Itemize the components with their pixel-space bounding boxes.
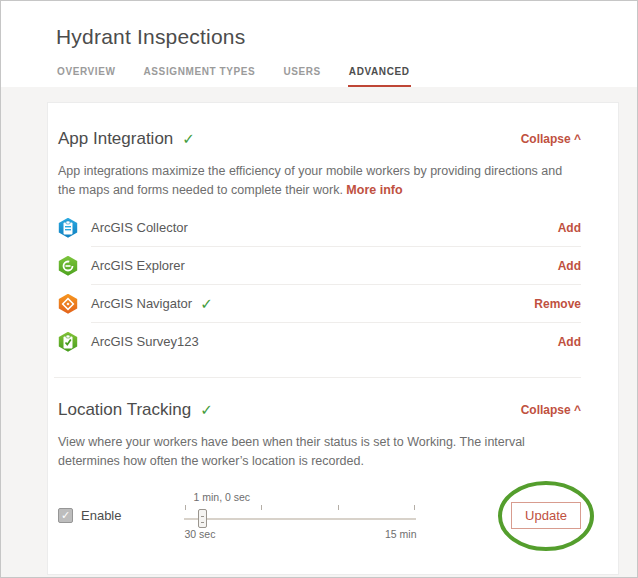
checkmark-icon: ✓: [182, 130, 195, 148]
advanced-settings-card: App Integration ✓ Collapse ^ App integra…: [47, 102, 619, 575]
slider-tick: [261, 505, 262, 510]
enable-label: Enable: [81, 508, 121, 523]
app-name: ArcGIS Collector: [91, 220, 188, 235]
checkmark-icon: ✓: [200, 295, 213, 313]
explorer-add-link[interactable]: Add: [558, 259, 581, 273]
location-tracking-title: Location Tracking: [58, 400, 191, 420]
page-header: Hydrant Inspections OVERVIEW ASSIGNMENT …: [1, 1, 637, 87]
arcgis-survey123-icon: [58, 332, 78, 352]
app-name: ArcGIS Navigator: [91, 296, 192, 311]
tab-advanced[interactable]: ADVANCED: [348, 66, 411, 87]
app-row-navigator: ArcGIS Navigator ✓ Remove: [58, 285, 581, 323]
enable-checkbox[interactable]: ✓: [58, 508, 73, 523]
app-row-collector: ArcGIS Collector Add: [58, 209, 581, 247]
slider-tick: [185, 505, 186, 510]
collector-add-link[interactable]: Add: [558, 221, 581, 235]
arcgis-explorer-icon: [58, 256, 78, 276]
section-divider: [54, 377, 581, 378]
tab-overview[interactable]: OVERVIEW: [56, 66, 117, 87]
slider-max-label: 15 min: [385, 528, 417, 540]
location-tracking-description: View where your workers have been when t…: [58, 433, 581, 472]
tab-users[interactable]: USERS: [282, 66, 321, 87]
location-tracking-header: Location Tracking ✓ Collapse ^: [58, 400, 581, 420]
enable-group: ✓ Enable: [58, 508, 121, 523]
more-info-link[interactable]: More info: [346, 183, 402, 197]
slider-min-label: 30 sec: [184, 528, 215, 540]
tab-assignment-types[interactable]: ASSIGNMENT TYPES: [143, 66, 257, 87]
arcgis-navigator-icon: [58, 294, 78, 314]
interval-slider[interactable]: 1 min, 0 sec 30 sec 15 min: [184, 492, 416, 540]
survey123-add-link[interactable]: Add: [558, 335, 581, 349]
app-name: ArcGIS Survey123: [91, 334, 199, 349]
app-row-survey123: ArcGIS Survey123 Add: [58, 323, 581, 361]
description-text: App integrations maximize the efficiency…: [58, 164, 562, 197]
app-integration-description: App integrations maximize the efficiency…: [58, 162, 581, 201]
slider-tick: [414, 505, 415, 510]
app-integration-collapse-link[interactable]: Collapse ^: [521, 132, 581, 146]
update-button[interactable]: Update: [511, 502, 581, 529]
app-name: ArcGIS Explorer: [91, 258, 185, 273]
workforce-project-page: Hydrant Inspections OVERVIEW ASSIGNMENT …: [0, 0, 638, 578]
slider-track[interactable]: [184, 518, 416, 520]
app-integration-header: App Integration ✓ Collapse ^: [58, 129, 581, 149]
tab-bar: OVERVIEW ASSIGNMENT TYPES USERS ADVANCED: [56, 66, 637, 87]
app-integration-list: ArcGIS Collector Add ArcGIS Explorer Add: [58, 209, 581, 361]
slider-value-label: 1 min, 0 sec: [193, 491, 250, 503]
location-tracking-controls: ✓ Enable 1 min, 0 sec 30 sec 15 min Upda…: [58, 488, 581, 544]
slider-handle[interactable]: [198, 509, 207, 528]
app-integration-title: App Integration: [58, 129, 173, 149]
app-row-explorer: ArcGIS Explorer Add: [58, 247, 581, 285]
location-tracking-collapse-link[interactable]: Collapse ^: [521, 403, 581, 417]
update-button-area: Update: [511, 502, 581, 529]
slider-tick: [338, 505, 339, 510]
page-title: Hydrant Inspections: [56, 25, 637, 49]
arcgis-collector-icon: [58, 218, 78, 238]
navigator-remove-link[interactable]: Remove: [534, 297, 581, 311]
checkmark-icon: ✓: [200, 401, 213, 419]
